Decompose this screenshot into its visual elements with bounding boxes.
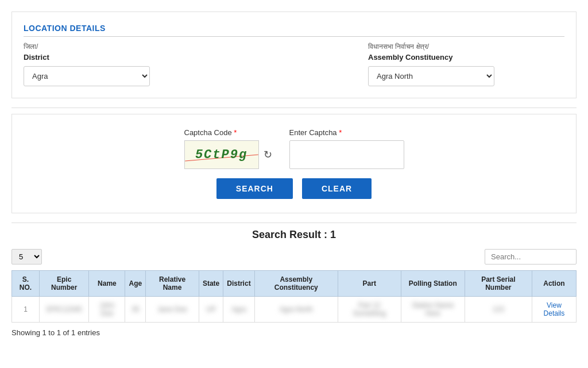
- cell-age: 35: [125, 297, 146, 323]
- col-relative: Relative Name: [146, 271, 199, 297]
- enter-captcha-label: Enter Captcha *: [289, 128, 404, 137]
- cell-part: Part 12 Something: [338, 297, 401, 323]
- cell-state: UP: [199, 297, 223, 323]
- assembly-label-hindi: विधानसभा निर्वाचन क्षेत्र/: [368, 43, 494, 51]
- col-epic: Epic Number: [40, 271, 89, 297]
- cell-sno: 1: [12, 297, 40, 323]
- cell-part-serial: 123: [465, 297, 532, 323]
- col-age: Age: [125, 271, 146, 297]
- section-title: LOCATION DETAILS: [24, 24, 564, 37]
- captcha-code-label: Captcha Code *: [184, 128, 272, 137]
- results-title: Search Result : 1: [11, 229, 577, 241]
- results-table: S. NO. Epic Number Name Age Relative Nam…: [11, 270, 577, 323]
- page-size-select[interactable]: 5 10 25 50: [11, 249, 42, 264]
- search-button[interactable]: SEARCH: [216, 178, 293, 199]
- footer-text: Showing 1 to 1 of 1 entries: [11, 328, 577, 337]
- col-polling: Polling Station: [401, 271, 465, 297]
- col-part-serial: Part Serial Number: [465, 271, 532, 297]
- captcha-refresh-icon[interactable]: ↻: [264, 148, 272, 161]
- cell-epic: EPIC12345: [40, 297, 89, 323]
- assembly-select[interactable]: Agra North Agra South Agra Cantt Agra Ru…: [368, 66, 494, 86]
- cell-assembly: Agra North: [254, 297, 338, 323]
- cell-name: John Doe: [89, 297, 125, 323]
- col-district: District: [223, 271, 254, 297]
- col-part: Part: [338, 271, 401, 297]
- col-action: Action: [532, 271, 576, 297]
- district-label-eng: District: [24, 53, 150, 62]
- col-name: Name: [89, 271, 125, 297]
- view-details-link[interactable]: View Details: [544, 301, 565, 317]
- cell-polling: Station Name Here: [401, 297, 465, 323]
- district-label-hindi: जिला/: [24, 43, 150, 51]
- col-state: State: [199, 271, 223, 297]
- table-row: 1 EPIC12345 John Doe 35 Jane Doe UP Agra…: [12, 297, 577, 323]
- cell-action[interactable]: View Details: [532, 297, 576, 323]
- cell-district: Agra: [223, 297, 254, 323]
- captcha-required-star: *: [234, 128, 237, 137]
- col-assembly: Assembly Constituency: [254, 271, 338, 297]
- captcha-input[interactable]: [289, 140, 404, 169]
- col-sno: S. NO.: [12, 271, 40, 297]
- district-select[interactable]: Agra Mathura Aligarh Firozabad: [24, 66, 150, 86]
- clear-button[interactable]: CLEAR: [302, 178, 372, 199]
- captcha-image: 5CtP9g: [184, 140, 259, 169]
- table-search-input[interactable]: [485, 249, 577, 264]
- assembly-label-eng: Assembly Constituency: [368, 53, 494, 62]
- cell-relative: Jane Doe: [146, 297, 199, 323]
- enter-captcha-required-star: *: [339, 128, 342, 137]
